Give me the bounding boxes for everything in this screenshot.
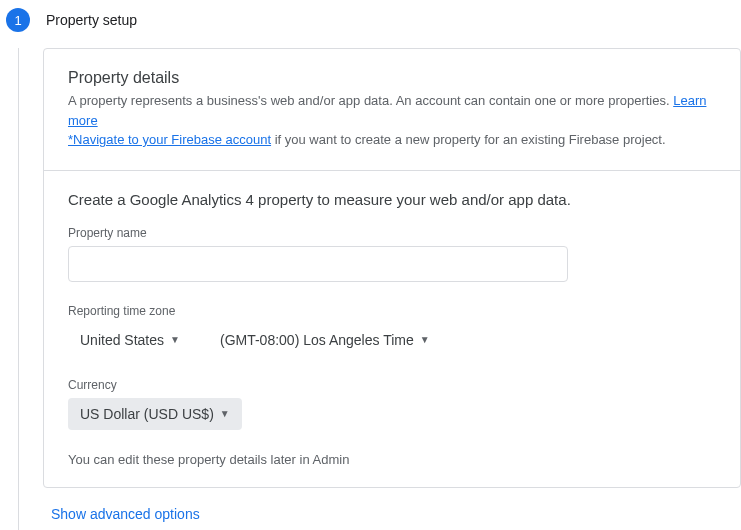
- step-header: 1 Property setup: [0, 0, 741, 48]
- firebase-link[interactable]: *Navigate to your Firebase account: [68, 132, 271, 147]
- caret-down-icon: ▼: [420, 334, 430, 345]
- property-details-section: Property details A property represents a…: [44, 49, 740, 170]
- property-card: Property details A property represents a…: [43, 48, 741, 488]
- property-details-desc: A property represents a business's web a…: [68, 91, 716, 150]
- property-name-field: Property name: [68, 226, 716, 282]
- timezone-dropdown[interactable]: (GMT-08:00) Los Angeles Time ▼: [208, 324, 442, 356]
- property-name-input[interactable]: [68, 246, 568, 282]
- currency-field: Currency US Dollar (USD US$) ▼: [68, 378, 716, 430]
- caret-down-icon: ▼: [170, 334, 180, 345]
- property-details-heading: Property details: [68, 69, 716, 87]
- country-value: United States: [80, 332, 164, 348]
- property-name-label: Property name: [68, 226, 716, 240]
- step-title: Property setup: [46, 12, 137, 28]
- country-dropdown[interactable]: United States ▼: [68, 324, 192, 356]
- currency-label: Currency: [68, 378, 716, 392]
- property-form-section: Create a Google Analytics 4 property to …: [44, 170, 740, 487]
- timezone-field: Reporting time zone United States ▼ (GMT…: [68, 304, 716, 356]
- caret-down-icon: ▼: [220, 408, 230, 419]
- show-advanced-options-link[interactable]: Show advanced options: [51, 506, 200, 522]
- currency-dropdown[interactable]: US Dollar (USD US$) ▼: [68, 398, 242, 430]
- currency-value: US Dollar (USD US$): [80, 406, 214, 422]
- firebase-suffix: if you want to create a new property for…: [271, 132, 666, 147]
- timezone-value: (GMT-08:00) Los Angeles Time: [220, 332, 414, 348]
- create-heading: Create a Google Analytics 4 property to …: [68, 191, 716, 208]
- edit-later-hint: You can edit these property details late…: [68, 452, 716, 467]
- timezone-label: Reporting time zone: [68, 304, 716, 318]
- step-content: Property details A property represents a…: [18, 48, 741, 530]
- step-number-badge: 1: [6, 8, 30, 32]
- advanced-options-row: Show advanced options: [43, 488, 741, 531]
- desc-text: A property represents a business's web a…: [68, 93, 673, 108]
